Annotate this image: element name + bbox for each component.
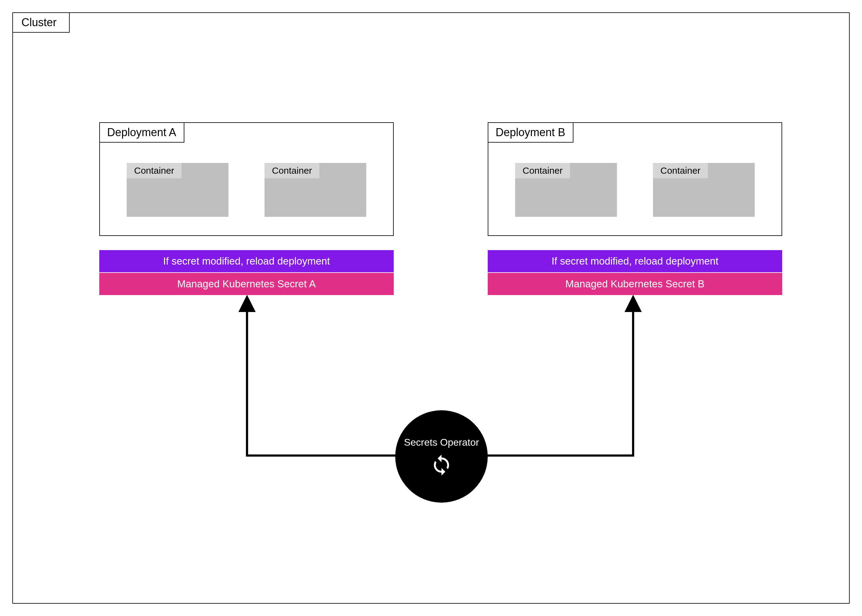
reload-bar-a-text: If secret modified, reload deployment: [163, 255, 330, 267]
deployment-b: Deployment B Container Container: [488, 122, 782, 236]
deployment-a: Deployment A Container Container: [99, 122, 394, 236]
secrets-operator: Secrets Operator: [395, 410, 488, 503]
secret-bar-a-text: Managed Kubernetes Secret A: [177, 278, 316, 290]
container-label: Container: [265, 163, 319, 178]
secret-bar-a: Managed Kubernetes Secret A: [99, 273, 394, 295]
reload-bar-b-text: If secret modified, reload deployment: [552, 255, 718, 267]
sync-icon: [430, 454, 453, 476]
deployment-b-label: Deployment B: [488, 122, 574, 143]
container-box: Container: [515, 163, 617, 217]
secrets-operator-label: Secrets Operator: [404, 437, 479, 448]
container-box: Container: [265, 163, 366, 217]
reload-bar-a: If secret modified, reload deployment: [99, 250, 394, 272]
reload-bar-b: If secret modified, reload deployment: [488, 250, 782, 272]
container-box: Container: [127, 163, 229, 217]
secret-bar-b: Managed Kubernetes Secret B: [488, 273, 782, 295]
container-label: Container: [127, 163, 181, 178]
cluster-label: Cluster: [12, 12, 70, 33]
container-label: Container: [653, 163, 708, 178]
deployment-a-label: Deployment A: [99, 122, 184, 143]
secret-bar-b-text: Managed Kubernetes Secret B: [566, 278, 704, 290]
arrows: [13, 13, 849, 603]
container-label: Container: [515, 163, 570, 178]
container-box: Container: [653, 163, 755, 217]
cluster-box: Cluster Deployment A Container Container…: [12, 12, 850, 604]
